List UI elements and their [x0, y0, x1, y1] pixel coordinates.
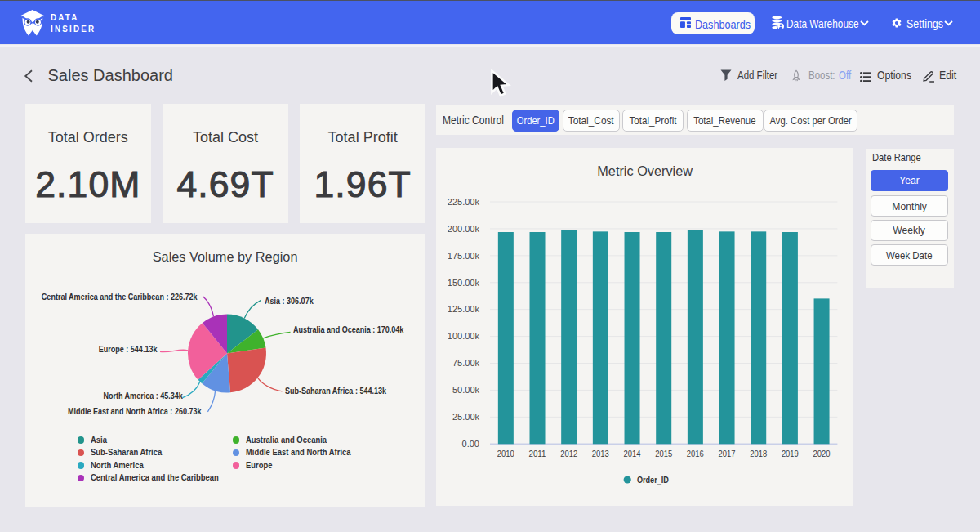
svg-text:2018: 2018	[750, 449, 767, 458]
svg-text:225.00k: 225.00k	[448, 197, 480, 207]
svg-text:100.00k: 100.00k	[448, 331, 480, 341]
svg-text:2020: 2020	[813, 449, 830, 458]
svg-text:125.00k: 125.00k	[448, 304, 480, 314]
svg-text:75.00k: 75.00k	[452, 358, 480, 368]
svg-text:2012: 2012	[560, 449, 577, 458]
svg-text:2016: 2016	[687, 449, 704, 458]
svg-text:175.00k: 175.00k	[448, 251, 480, 261]
svg-text:0.00: 0.00	[461, 439, 479, 449]
svg-text:2011: 2011	[528, 449, 546, 458]
svg-text:200.00k: 200.00k	[448, 224, 480, 234]
svg-text:50.00k: 50.00k	[452, 385, 480, 395]
svg-text:25.00k: 25.00k	[452, 412, 480, 422]
svg-text:2014: 2014	[623, 449, 640, 458]
svg-text:2015: 2015	[655, 449, 672, 458]
svg-text:2013: 2013	[592, 449, 609, 458]
svg-text:Order_ID: Order_ID	[637, 475, 669, 485]
svg-text:2019: 2019	[782, 449, 799, 458]
svg-text:2017: 2017	[718, 449, 735, 458]
svg-text:2010: 2010	[497, 449, 514, 458]
svg-text:150.00k: 150.00k	[448, 278, 480, 288]
